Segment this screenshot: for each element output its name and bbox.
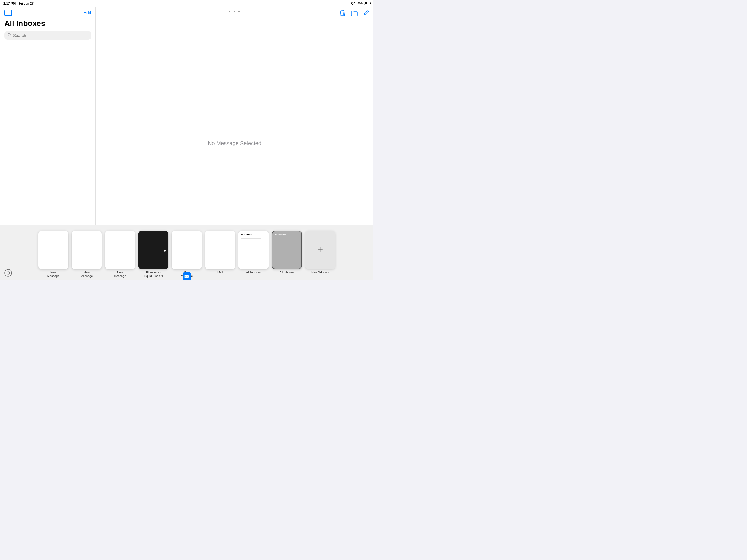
folder-button[interactable] [351,10,358,18]
svg-point-0 [8,33,10,36]
thumb-line-3 [241,240,261,240]
app-card-all-inboxes-1[interactable]: All Inboxes ✉️ All Inboxes [238,231,268,274]
sidebar-toggle-button[interactable] [4,10,12,16]
app-thumbnail-eicosamax [138,231,169,269]
center-dots: • • • [96,6,374,17]
all-inboxes-thumbnail-2: All Inboxes [272,231,301,269]
battery-percentage: 50% [357,2,363,5]
trash-button[interactable] [340,10,345,18]
app-thumbnail-all-inboxes-2: All Inboxes [272,231,302,269]
status-time-date: 2:17 PM Fri Jan 28 [3,1,34,6]
multitask-button[interactable] [4,269,12,277]
app-card-label-mail: Mail [217,271,223,274]
plus-icon: + [317,244,323,256]
sidebar-toggle-icon [4,10,12,16]
new-window-card[interactable]: + New Window [305,231,335,274]
search-icon [8,33,11,38]
app-card-5[interactable]: ✉️ NewMessage [172,231,202,278]
app-card-all-inboxes-2[interactable]: All Inboxes ✉️ All Inboxes [272,231,302,274]
all-inboxes-thumb-title-1: All Inboxes [241,233,266,235]
thumb-line-1 [241,237,261,237]
mail-badge-icon-all-inboxes-2: ✉️ [184,274,189,279]
edit-button[interactable]: Edit [83,10,91,15]
app-card-label-all-inboxes-2: All Inboxes [279,271,294,274]
sidebar-header: Edit [0,6,96,18]
all-inboxes-thumb-title-2: All Inboxes [275,233,299,236]
ecosamax-dot [164,250,166,252]
app-badge-all-inboxes-2: ✉️ [183,272,191,280]
status-bar: 2:17 PM Fri Jan 28 50% [0,0,374,6]
status-time: 2:17 PM [3,2,16,5]
dots-icon: • • • [229,9,241,15]
battery-fill [365,2,367,4]
ecosamax-content [138,231,169,269]
app-card-3[interactable]: ✉️ NewMessage [105,231,135,278]
detail-toolbar [340,10,369,18]
status-right: 50% [351,1,370,5]
wifi-icon [351,1,355,5]
app-thumbnail-1 [38,231,68,269]
app-thumbnail-mail [205,231,235,269]
search-bar[interactable] [4,31,91,40]
thumb-line-2 [241,238,261,239]
app-thumbnail-2 [72,231,102,269]
app-thumbnail-5 [172,231,202,269]
app-card-eicosamax[interactable]: ✉️ EicosamaxLiquid Fish Oil [138,231,169,278]
no-message-label: No Message Selected [208,140,261,147]
svg-point-2 [7,272,9,274]
all-inboxes-title: All Inboxes [0,18,96,31]
app-card-2[interactable]: ✉️ NewMessage [72,231,102,278]
app-card-label-1: NewMessage [47,271,60,278]
compose-button[interactable] [363,10,369,18]
new-window-label: New Window [311,271,329,274]
search-input[interactable] [13,33,88,38]
mail-thumbnail-content [205,231,235,269]
app-card-label-2: NewMessage [81,271,93,278]
status-date: Fri Jan 28 [19,2,34,5]
app-thumbnail-3 [105,231,135,269]
app-card-label-all-inboxes-1: All Inboxes [246,271,261,274]
app-card-label-3: NewMessage [114,271,126,278]
app-switcher: ✉️ NewMessage ✉️ NewMessage ✉️ NewMessag… [0,225,374,280]
app-card-label-eicosamax: EicosamaxLiquid Fish Oil [144,271,163,278]
all-inboxes-thumbnail-1: All Inboxes [238,231,268,269]
app-thumbnail-all-inboxes-1: All Inboxes [238,231,268,269]
app-card-1[interactable]: ✉️ NewMessage [38,231,68,278]
new-window-thumbnail: + [305,231,335,269]
battery-icon [364,2,370,5]
app-card-mail[interactable]: ✉️ Mail [205,231,235,274]
